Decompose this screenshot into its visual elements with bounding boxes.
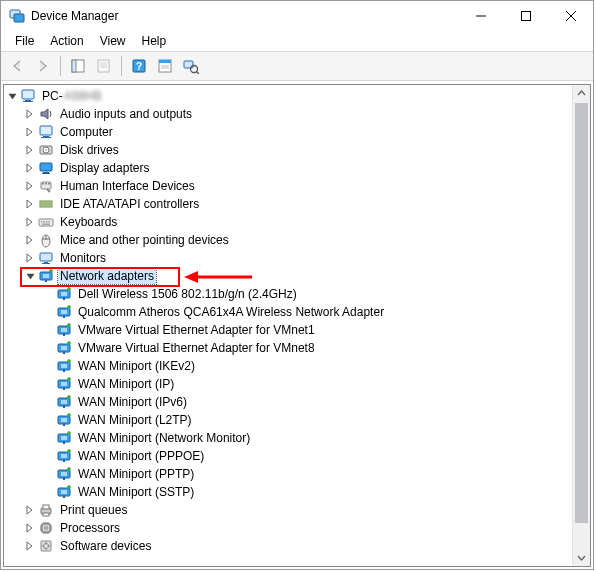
network-icon <box>56 340 72 356</box>
scroll-down-button[interactable] <box>573 549 590 566</box>
device-wan-ipv6[interactable]: WAN Miniport (IPv6) <box>4 393 573 411</box>
category-print-queues[interactable]: Print queues <box>4 501 573 519</box>
expander-icon[interactable] <box>24 521 38 535</box>
device-qca61x4a[interactable]: Qualcomm Atheros QCA61x4A Wireless Netwo… <box>4 303 573 321</box>
toolbar <box>1 51 593 81</box>
category-disk[interactable]: Disk drives <box>4 141 573 159</box>
network-icon <box>56 322 72 338</box>
device-dell-wireless-1506[interactable]: Dell Wireless 1506 802.11b/g/n (2.4GHz) <box>4 285 573 303</box>
show-hide-console-button[interactable] <box>66 54 90 78</box>
device-vmnet8[interactable]: VMware Virtual Ethernet Adapter for VMne… <box>4 339 573 357</box>
keyboard-icon <box>38 214 54 230</box>
device-wan-ikev2[interactable]: WAN Miniport (IKEv2) <box>4 357 573 375</box>
device-label: WAN Miniport (IKEv2) <box>76 358 197 374</box>
expander-icon[interactable] <box>24 197 38 211</box>
network-icon <box>56 286 72 302</box>
network-icon <box>56 358 72 374</box>
category-label: Display adapters <box>58 160 151 176</box>
back-button[interactable] <box>5 54 29 78</box>
device-label: VMware Virtual Ethernet Adapter for VMne… <box>76 322 317 338</box>
category-hid[interactable]: Human Interface Devices <box>4 177 573 195</box>
expander-icon[interactable] <box>24 107 38 121</box>
maximize-button[interactable] <box>503 1 548 31</box>
device-wan-pppoe[interactable]: WAN Miniport (PPPOE) <box>4 447 573 465</box>
minimize-button[interactable] <box>458 1 503 31</box>
network-icon <box>56 304 72 320</box>
expander-icon[interactable] <box>24 539 38 553</box>
device-label: Qualcomm Atheros QCA61x4A Wireless Netwo… <box>76 304 386 320</box>
disk-icon <box>38 142 54 158</box>
expander-icon[interactable] <box>24 143 38 157</box>
titlebar: Device Manager <box>1 1 593 31</box>
device-wan-sstp[interactable]: WAN Miniport (SSTP) <box>4 483 573 501</box>
device-label: WAN Miniport (Network Monitor) <box>76 430 252 446</box>
close-button[interactable] <box>548 1 593 31</box>
monitor-icon <box>38 250 54 266</box>
properties-button[interactable] <box>92 54 116 78</box>
category-software-devices[interactable]: Software devices <box>4 537 573 555</box>
network-icon <box>56 448 72 464</box>
printer-icon <box>38 502 54 518</box>
software-icon <box>38 538 54 554</box>
category-label: Network adapters <box>58 268 156 284</box>
network-icon <box>56 466 72 482</box>
category-ide[interactable]: IDE ATA/ATAPI controllers <box>4 195 573 213</box>
category-label: Computer <box>58 124 115 140</box>
forward-button[interactable] <box>31 54 55 78</box>
expander-icon[interactable] <box>24 503 38 517</box>
menu-file[interactable]: File <box>7 32 42 50</box>
expander-icon[interactable] <box>24 269 38 283</box>
category-display[interactable]: Display adapters <box>4 159 573 177</box>
device-wan-ip[interactable]: WAN Miniport (IP) <box>4 375 573 393</box>
computer-icon <box>20 88 36 104</box>
category-label: Print queues <box>58 502 129 518</box>
device-wan-netmon[interactable]: WAN Miniport (Network Monitor) <box>4 429 573 447</box>
menu-action[interactable]: Action <box>42 32 91 50</box>
menu-help[interactable]: Help <box>134 32 175 50</box>
category-label: Audio inputs and outputs <box>58 106 194 122</box>
network-icon <box>56 430 72 446</box>
network-icon <box>38 268 54 284</box>
expander-icon[interactable] <box>24 161 38 175</box>
expander-icon[interactable] <box>24 251 38 265</box>
help-button[interactable] <box>127 54 151 78</box>
expander-icon[interactable] <box>24 215 38 229</box>
device-label: WAN Miniport (SSTP) <box>76 484 196 500</box>
expander-icon[interactable] <box>24 125 38 139</box>
category-keyboards[interactable]: Keyboards <box>4 213 573 231</box>
vertical-scrollbar[interactable] <box>572 85 590 566</box>
action-sheet-button[interactable] <box>153 54 177 78</box>
category-monitors[interactable]: Monitors <box>4 249 573 267</box>
display-icon <box>38 160 54 176</box>
content-area: PC-A58HB Audio inputs and outputs Comput… <box>1 81 593 569</box>
device-vmnet1[interactable]: VMware Virtual Ethernet Adapter for VMne… <box>4 321 573 339</box>
expander-icon[interactable] <box>6 89 20 103</box>
category-audio[interactable]: Audio inputs and outputs <box>4 105 573 123</box>
mouse-icon <box>38 232 54 248</box>
device-wan-pptp[interactable]: WAN Miniport (PPTP) <box>4 465 573 483</box>
toolbar-separator <box>60 56 61 76</box>
expander-icon[interactable] <box>24 233 38 247</box>
svg-rect-70 <box>521 12 530 21</box>
expander-icon[interactable] <box>24 179 38 193</box>
category-label: Disk drives <box>58 142 121 158</box>
device-label: WAN Miniport (PPTP) <box>76 466 196 482</box>
menubar: File Action View Help <box>1 31 593 51</box>
category-network-adapters[interactable]: Network adapters <box>4 267 573 285</box>
scroll-up-button[interactable] <box>573 85 590 102</box>
menu-view[interactable]: View <box>92 32 134 50</box>
tree-root[interactable]: PC-A58HB <box>4 87 573 105</box>
network-icon <box>56 412 72 428</box>
category-computer[interactable]: Computer <box>4 123 573 141</box>
device-manager-window: Device Manager File Action View Help <box>0 0 594 570</box>
category-processors[interactable]: Processors <box>4 519 573 537</box>
device-wan-l2tp[interactable]: WAN Miniport (L2TP) <box>4 411 573 429</box>
ide-icon <box>38 196 54 212</box>
category-label: IDE ATA/ATAPI controllers <box>58 196 201 212</box>
device-tree[interactable]: PC-A58HB Audio inputs and outputs Comput… <box>4 85 573 566</box>
scroll-thumb[interactable] <box>575 103 588 523</box>
category-label: Processors <box>58 520 122 536</box>
scan-hardware-button[interactable] <box>179 54 203 78</box>
category-mice[interactable]: Mice and other pointing devices <box>4 231 573 249</box>
device-label: Dell Wireless 1506 802.11b/g/n (2.4GHz) <box>76 286 299 302</box>
